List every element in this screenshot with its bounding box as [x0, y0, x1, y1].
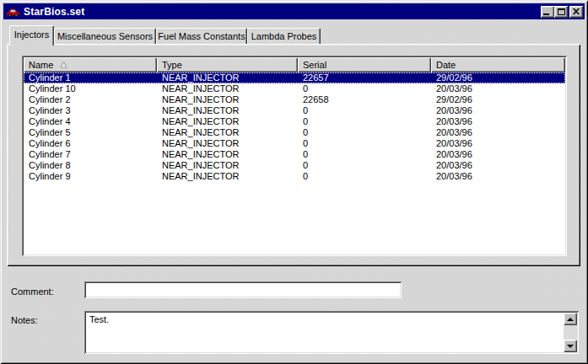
list-header: Name Type Serial Date — [24, 57, 565, 72]
cell-serial: 0 — [298, 160, 431, 171]
cell-date: 20/03/96 — [431, 171, 565, 182]
cell-name: Cylinder 4 — [24, 116, 157, 127]
app-window: StarBios.set Injectors Miscellaneous Sen… — [0, 0, 588, 364]
notes-text: Test. — [89, 314, 109, 324]
window-controls — [541, 6, 583, 18]
tab-injectors[interactable]: Injectors — [9, 25, 54, 46]
window-title: StarBios.set — [24, 6, 84, 18]
table-row[interactable]: Cylinder 6NEAR_INJECTOR020/03/96 — [24, 138, 565, 149]
cell-serial: 0 — [298, 105, 431, 116]
table-row[interactable]: Cylinder 7NEAR_INJECTOR020/03/96 — [24, 149, 565, 160]
column-header-date[interactable]: Date — [431, 57, 565, 72]
cell-date: 29/02/96 — [431, 94, 565, 105]
tab-lambda-probes[interactable]: Lambda Probes — [247, 28, 321, 44]
scroll-up-icon[interactable] — [564, 313, 577, 325]
cell-type: NEAR_INJECTOR — [157, 94, 298, 105]
cell-serial: 0 — [298, 127, 431, 138]
table-row[interactable]: Cylinder 8NEAR_INJECTOR020/03/96 — [24, 160, 565, 171]
table-row[interactable]: Cylinder 5NEAR_INJECTOR020/03/96 — [24, 127, 565, 138]
cell-type: NEAR_INJECTOR — [157, 160, 298, 171]
notes-input[interactable]: Test. — [84, 311, 579, 354]
column-header-serial[interactable]: Serial — [298, 57, 431, 72]
tab-miscellaneous-sensors[interactable]: Miscellaneous Sensors — [54, 28, 156, 44]
cell-name: Cylinder 8 — [24, 160, 157, 171]
cell-serial: 0 — [298, 83, 431, 94]
scroll-down-icon[interactable] — [564, 340, 577, 352]
table-row[interactable]: Cylinder 2NEAR_INJECTOR2265829/02/96 — [24, 94, 565, 105]
cell-date: 20/03/96 — [431, 116, 565, 127]
cell-serial: 0 — [298, 116, 431, 127]
cell-type: NEAR_INJECTOR — [157, 105, 298, 116]
cell-date: 20/03/96 — [431, 83, 565, 94]
cell-date: 20/03/96 — [431, 127, 565, 138]
title-bar[interactable]: StarBios.set — [3, 3, 585, 19]
table-row[interactable]: Cylinder 4NEAR_INJECTOR020/03/96 — [24, 116, 565, 127]
cell-name: Cylinder 10 — [24, 83, 157, 94]
cell-serial: 0 — [298, 138, 431, 149]
notes-label: Notes: — [11, 315, 38, 325]
cell-date: 20/03/96 — [431, 138, 565, 149]
table-row[interactable]: Cylinder 1NEAR_INJECTOR2265729/02/96 — [24, 72, 565, 83]
cell-serial: 0 — [298, 149, 431, 160]
notes-scrollbar[interactable] — [564, 313, 577, 352]
cell-type: NEAR_INJECTOR — [157, 138, 298, 149]
cell-name: Cylinder 2 — [24, 94, 157, 105]
column-header-label: Name — [29, 60, 53, 70]
comment-label: Comment: — [11, 286, 54, 297]
cell-type: NEAR_INJECTOR — [157, 83, 298, 94]
cell-type: NEAR_INJECTOR — [157, 72, 298, 83]
cell-name: Cylinder 5 — [24, 127, 157, 138]
tab-fuel-mass-constants[interactable]: Fuel Mass Constants — [156, 28, 247, 44]
cell-name: Cylinder 3 — [24, 105, 157, 116]
cell-name: Cylinder 9 — [24, 171, 157, 182]
cell-name: Cylinder 6 — [24, 138, 157, 149]
close-icon[interactable] — [569, 6, 583, 18]
table-row[interactable]: Cylinder 9NEAR_INJECTOR020/03/96 — [24, 171, 565, 182]
cell-type: NEAR_INJECTOR — [157, 149, 298, 160]
table-row[interactable]: Cylinder 3NEAR_INJECTOR020/03/96 — [24, 105, 565, 116]
cell-type: NEAR_INJECTOR — [157, 127, 298, 138]
cell-type: NEAR_INJECTOR — [157, 116, 298, 127]
cell-date: 29/02/96 — [431, 72, 565, 83]
comment-input[interactable] — [84, 281, 402, 298]
cell-name: Cylinder 1 — [24, 72, 157, 83]
injectors-list: Name Type Serial Date Cylinder 1NEAR_INJ… — [22, 56, 567, 256]
sort-ascending-icon — [60, 60, 67, 70]
cell-date: 20/03/96 — [431, 160, 565, 171]
car-icon — [6, 6, 20, 18]
cell-serial: 22658 — [298, 94, 431, 105]
table-row[interactable]: Cylinder 10NEAR_INJECTOR020/03/96 — [24, 83, 565, 94]
list-body: Cylinder 1NEAR_INJECTOR2265729/02/96Cyli… — [24, 72, 565, 182]
scrollbar-track[interactable] — [564, 325, 577, 340]
cell-serial: 22657 — [298, 72, 431, 83]
minimize-icon[interactable] — [541, 6, 554, 18]
maximize-icon[interactable] — [554, 6, 568, 18]
cell-name: Cylinder 7 — [24, 149, 157, 160]
column-header-type[interactable]: Type — [157, 57, 298, 72]
cell-serial: 0 — [298, 171, 431, 182]
cell-type: NEAR_INJECTOR — [157, 171, 298, 182]
cell-date: 20/03/96 — [431, 105, 565, 116]
cell-date: 20/03/96 — [431, 149, 565, 160]
column-header-name[interactable]: Name — [24, 57, 157, 72]
